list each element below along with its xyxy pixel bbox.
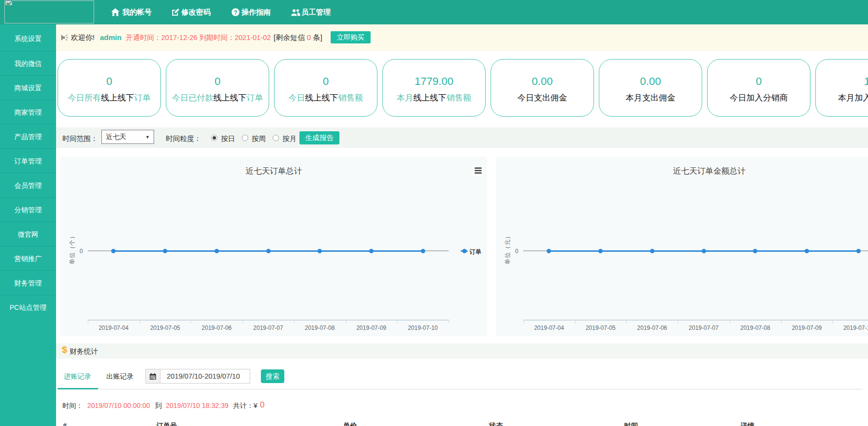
svg-text:?: ? [234,9,237,16]
